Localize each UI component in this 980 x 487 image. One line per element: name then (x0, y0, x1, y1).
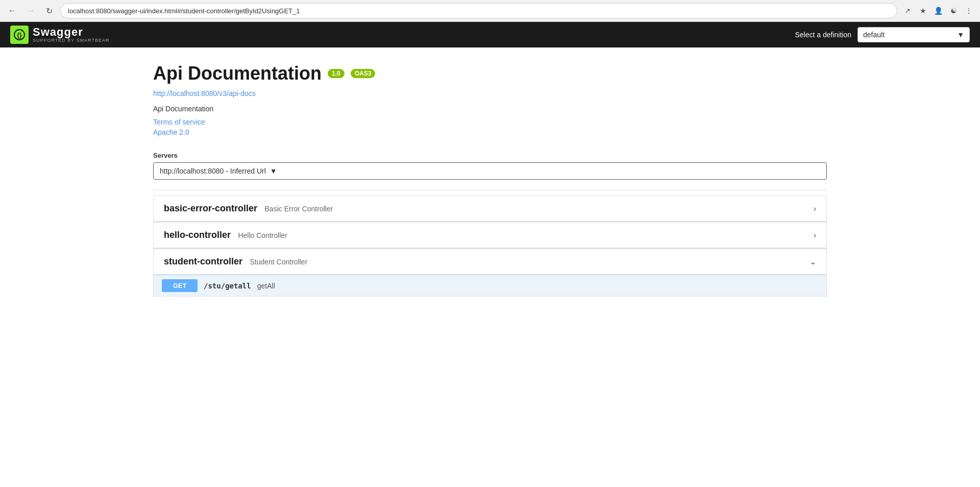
endpoint-row-getall[interactable]: GET /stu/getall getAll (154, 275, 826, 296)
browser-chrome: ← → ↻ localhost:8080/swagger-ui/index.ht… (0, 0, 980, 22)
address-bar[interactable]: localhost:8080/swagger-ui/index.html#/st… (60, 3, 897, 18)
swagger-name: Swagger (33, 27, 110, 38)
version-badge: 1.0 (328, 69, 345, 78)
definition-chevron-icon: ▼ (957, 31, 964, 39)
controller-name-hello: hello-controller (164, 230, 231, 240)
bookmark-icon[interactable]: ★ (917, 5, 929, 17)
menu-icon[interactable]: ⋮ (963, 5, 975, 17)
controller-item-basic-error: basic-error-controller Basic Error Contr… (153, 196, 827, 222)
api-description: Api Documentation (153, 105, 827, 113)
browser-toolbar: ← → ↻ localhost:8080/swagger-ui/index.ht… (0, 0, 980, 21)
browser-actions: ↗ ★ 👤 ☯ ⋮ (901, 5, 975, 17)
swagger-sub: SUPPORTED BY SMARTBEAR (33, 38, 110, 43)
definition-select[interactable]: default ▼ (857, 27, 970, 42)
servers-label: Servers (153, 152, 827, 159)
controller-header-basic-error[interactable]: basic-error-controller Basic Error Contr… (154, 196, 826, 222)
api-url-link[interactable]: http://localhost:8080/v3/api-docs (153, 89, 827, 98)
extensions-icon[interactable]: ☯ (947, 5, 960, 17)
swagger-brand: {} Swagger SUPPORTED BY SMARTBEAR (10, 26, 110, 44)
controller-item-student: student-controller Student Controller ⌄ … (153, 249, 827, 297)
share-icon[interactable]: ↗ (901, 5, 914, 17)
controller-header-hello[interactable]: hello-controller Hello Controller › (154, 223, 826, 248)
controller-desc-hello: Hello Controller (238, 231, 287, 239)
servers-section: Servers http://localhost:8080 - Inferred… (153, 152, 827, 180)
section-divider (153, 190, 827, 190)
definition-label: Select a definition (795, 31, 851, 39)
endpoint-path-getall: /stu/getall (204, 282, 251, 290)
controller-title-hello: hello-controller Hello Controller (164, 230, 287, 240)
definition-value: default (863, 31, 885, 39)
controller-name-student: student-controller (164, 256, 242, 266)
servers-chevron-icon: ▼ (270, 167, 277, 175)
controller-header-student[interactable]: student-controller Student Controller ⌄ (154, 249, 826, 275)
forward-button[interactable]: → (23, 4, 38, 18)
svg-text:{}: {} (17, 32, 22, 39)
endpoint-summary-getall: getAll (257, 282, 275, 290)
controller-desc-student: Student Controller (250, 258, 307, 266)
controller-title-basic-error: basic-error-controller Basic Error Contr… (164, 203, 333, 214)
api-title-row: Api Documentation 1.0 OAS3 (153, 63, 827, 84)
swagger-logo-icon: {} (10, 26, 29, 44)
controller-chevron-hello-icon: › (814, 231, 816, 240)
method-badge-get: GET (162, 279, 198, 292)
controller-chevron-student-icon: ⌄ (810, 257, 816, 266)
url-text: localhost:8080/swagger-ui/index.html#/st… (68, 7, 300, 15)
swagger-navbar: {} Swagger SUPPORTED BY SMARTBEAR Select… (0, 22, 980, 47)
account-icon[interactable]: 👤 (932, 5, 944, 17)
controller-item-hello: hello-controller Hello Controller › (153, 222, 827, 249)
license-link[interactable]: Apache 2.0 (153, 128, 827, 136)
controller-name-basic-error: basic-error-controller (164, 203, 257, 213)
controller-desc-basic-error: Basic Error Controller (265, 205, 333, 213)
swagger-content: Api Documentation 1.0 OAS3 http://localh… (133, 47, 847, 312)
controller-title-student: student-controller Student Controller (164, 256, 307, 267)
controllers-section: basic-error-controller Basic Error Contr… (153, 196, 827, 297)
controller-chevron-basic-error-icon: › (814, 204, 816, 213)
api-title-section: Api Documentation 1.0 OAS3 http://localh… (153, 63, 827, 136)
api-title: Api Documentation (153, 63, 322, 84)
definition-area: Select a definition default ▼ (795, 27, 970, 42)
swagger-brand-text: Swagger SUPPORTED BY SMARTBEAR (33, 27, 110, 43)
servers-select[interactable]: http://localhost:8080 - Inferred Url ▼ (153, 162, 827, 180)
terms-of-service-link[interactable]: Terms of service (153, 118, 827, 126)
servers-selected: http://localhost:8080 - Inferred Url (160, 167, 266, 175)
refresh-button[interactable]: ↻ (42, 4, 56, 18)
oas-badge: OAS3 (351, 69, 376, 78)
back-button[interactable]: ← (5, 4, 19, 18)
